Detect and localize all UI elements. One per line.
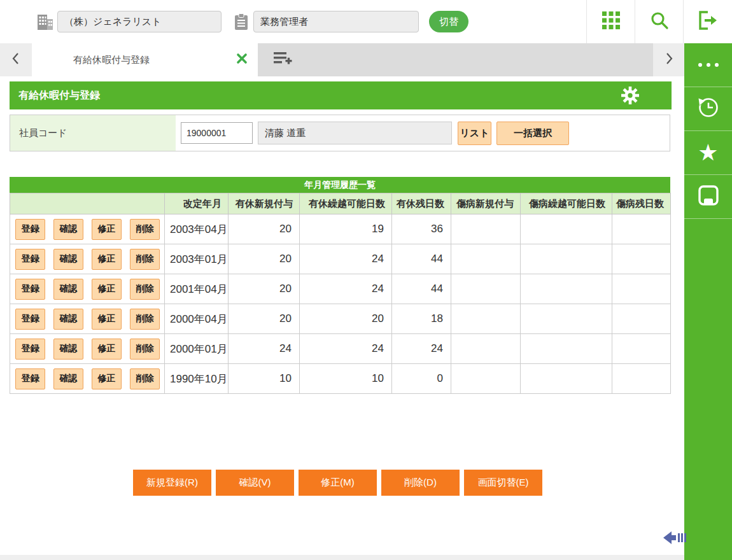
table-cell-sick_granted bbox=[451, 244, 521, 274]
table-cell-sick_remaining bbox=[612, 244, 671, 274]
table-cell-remaining: 24 bbox=[392, 334, 451, 364]
sidebar-item-tray[interactable] bbox=[684, 175, 732, 219]
footer-button[interactable]: 画面切替(E) bbox=[464, 470, 542, 496]
row-action-button[interactable]: 修正 bbox=[92, 368, 122, 389]
table-cell-remaining: 0 bbox=[392, 364, 451, 394]
tab-leave-registration[interactable]: 有給休暇付与登録 bbox=[32, 43, 258, 76]
table-cell-granted: 20 bbox=[229, 304, 300, 334]
tab-scroll-right-button[interactable] bbox=[653, 43, 684, 76]
table-cell-carryover: 24 bbox=[300, 334, 392, 364]
company-building-icon bbox=[37, 13, 53, 33]
row-action-button[interactable]: 確認 bbox=[53, 339, 83, 360]
table-cell-granted: 20 bbox=[229, 274, 300, 304]
app-grid-icon bbox=[602, 11, 620, 32]
row-action-button[interactable]: 確認 bbox=[53, 279, 83, 300]
row-action-button[interactable]: 修正 bbox=[92, 249, 122, 270]
table-cell-granted: 24 bbox=[229, 334, 300, 364]
table-header-actions bbox=[10, 193, 165, 214]
settings-gear-icon[interactable] bbox=[621, 86, 640, 108]
row-action-button[interactable]: 登録 bbox=[15, 249, 45, 270]
table-row: 登録確認修正削除 2003年01月202444 bbox=[10, 244, 671, 274]
row-action-button[interactable]: 確認 bbox=[53, 249, 83, 270]
employee-code-input[interactable] bbox=[181, 122, 253, 144]
tab-close-icon[interactable] bbox=[236, 53, 248, 67]
row-action-button[interactable]: 登録 bbox=[15, 219, 45, 240]
employee-name-field[interactable]: 清藤 道重 bbox=[258, 122, 452, 144]
table-header-cell: 有休新規付与 bbox=[229, 193, 300, 214]
table-row: 登録確認修正削除 2000年01月242424 bbox=[10, 334, 671, 364]
table-cell-granted: 10 bbox=[229, 364, 300, 394]
table-cell-sick_remaining bbox=[612, 304, 671, 334]
switch-button[interactable]: 切替 bbox=[429, 11, 468, 32]
company-input[interactable] bbox=[57, 11, 222, 32]
table-header-cell: 傷病残日数 bbox=[612, 193, 671, 214]
history-table-area: 年月管理履歴一覧 改定年月有休新規付与有休繰越可能日数有休残日数傷病新規付与傷病… bbox=[10, 177, 670, 394]
row-action-button[interactable]: 修正 bbox=[92, 219, 122, 240]
footer-button[interactable]: 新規登録(R) bbox=[133, 470, 211, 496]
table-cell-sick_carryover bbox=[521, 304, 612, 334]
table-header-cell: 傷病繰越可能日数 bbox=[521, 193, 612, 214]
footer-button-bar: 新規登録(R)確認(V)修正(M)削除(D)画面切替(E) bbox=[133, 470, 542, 496]
star-icon: ★ bbox=[698, 141, 718, 164]
search-icon bbox=[650, 11, 669, 32]
table-cell-sick_carryover bbox=[521, 274, 612, 304]
tray-icon bbox=[696, 183, 721, 210]
row-action-button[interactable]: 確認 bbox=[53, 219, 83, 240]
table-cell-granted: 20 bbox=[229, 244, 300, 274]
row-action-button[interactable]: 登録 bbox=[15, 339, 45, 360]
sidebar-item-more[interactable] bbox=[684, 43, 732, 87]
history-table-body: 登録確認修正削除 2003年04月201936 登録確認修正削除 2003年01… bbox=[10, 214, 671, 394]
footer-button[interactable]: 削除(D) bbox=[381, 470, 460, 496]
footer-button[interactable]: 修正(M) bbox=[299, 470, 377, 496]
row-actions: 登録確認修正削除 bbox=[10, 334, 165, 364]
footer-button[interactable]: 確認(V) bbox=[216, 470, 294, 496]
row-action-button[interactable]: 確認 bbox=[53, 309, 83, 330]
row-action-button[interactable]: 削除 bbox=[130, 219, 160, 240]
sidebar-item-favorites[interactable]: ★ bbox=[684, 131, 732, 175]
table-cell-sick_remaining bbox=[612, 214, 671, 244]
table-cell-sick_remaining bbox=[612, 364, 671, 394]
row-action-button[interactable]: 削除 bbox=[130, 279, 160, 300]
row-action-button[interactable]: 削除 bbox=[130, 339, 160, 360]
app-grid-button[interactable] bbox=[587, 0, 635, 43]
row-action-button[interactable]: 登録 bbox=[15, 368, 45, 389]
search-button[interactable] bbox=[635, 0, 683, 43]
collapse-panel-arrow-icon[interactable] bbox=[663, 529, 686, 549]
row-action-button[interactable]: 削除 bbox=[130, 309, 160, 330]
row-actions: 登録確認修正削除 bbox=[10, 214, 165, 244]
row-action-button[interactable]: 修正 bbox=[92, 339, 122, 360]
row-action-button[interactable]: 登録 bbox=[15, 279, 45, 300]
table-cell-sick_carryover bbox=[521, 214, 612, 244]
role-input[interactable] bbox=[253, 11, 419, 32]
table-row: 登録確認修正削除 2003年04月201936 bbox=[10, 214, 671, 244]
table-cell-sick_carryover bbox=[521, 334, 612, 364]
table-cell-sick_granted bbox=[451, 274, 521, 304]
table-cell-granted: 20 bbox=[229, 214, 300, 244]
new-tab-button[interactable] bbox=[258, 43, 653, 76]
chevron-right-icon bbox=[664, 52, 674, 68]
list-button[interactable]: リスト bbox=[458, 122, 491, 145]
row-action-button[interactable]: 削除 bbox=[130, 368, 160, 389]
table-header-cell: 改定年月 bbox=[165, 193, 229, 214]
bottom-strip bbox=[0, 555, 684, 560]
row-action-button[interactable]: 修正 bbox=[92, 309, 122, 330]
row-action-button[interactable]: 確認 bbox=[53, 368, 83, 389]
top-bar: 切替 bbox=[0, 0, 732, 43]
table-cell-carryover: 24 bbox=[300, 274, 392, 304]
row-action-button[interactable]: 登録 bbox=[15, 309, 45, 330]
sidebar-item-history[interactable] bbox=[684, 87, 732, 131]
row-action-button[interactable]: 削除 bbox=[130, 249, 160, 270]
table-caption: 年月管理履歴一覧 bbox=[10, 177, 670, 193]
tab-bar: 有給休暇付与登録 bbox=[0, 43, 684, 76]
row-actions: 登録確認修正削除 bbox=[10, 304, 165, 334]
table-row: 登録確認修正削除 2000年04月202018 bbox=[10, 304, 671, 334]
row-actions: 登録確認修正削除 bbox=[10, 244, 165, 274]
page-title: 有給休暇付与登録 bbox=[18, 89, 100, 102]
history-table: 改定年月有休新規付与有休繰越可能日数有休残日数傷病新規付与傷病繰越可能日数傷病残… bbox=[10, 193, 671, 394]
tab-scroll-left-button[interactable] bbox=[0, 43, 32, 76]
tab-label: 有給休暇付与登録 bbox=[73, 54, 236, 66]
row-action-button[interactable]: 修正 bbox=[92, 279, 122, 300]
logout-button[interactable] bbox=[684, 0, 732, 43]
table-header-cell: 傷病新規付与 bbox=[451, 193, 521, 214]
bulk-select-button[interactable]: 一括選択 bbox=[496, 122, 569, 145]
